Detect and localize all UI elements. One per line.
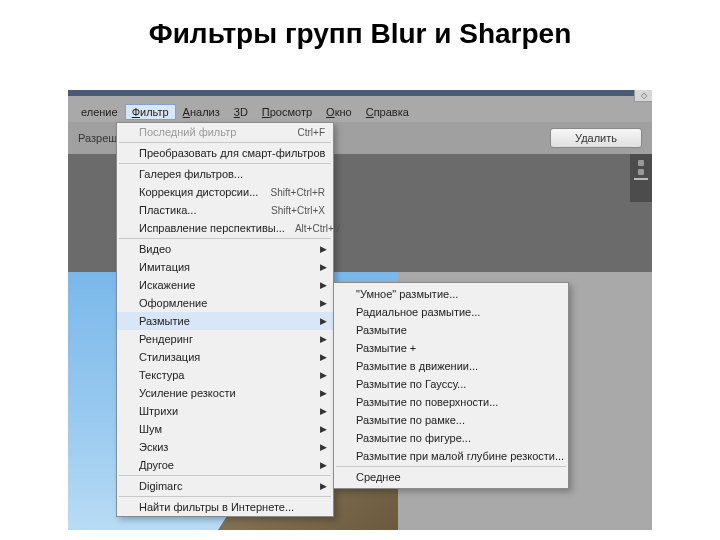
blur-submenu: "Умное" размытие...Радиальное размытие..… [333, 282, 569, 489]
submenu-item[interactable]: Размытие при малой глубине резкости... [334, 447, 568, 465]
chevron-right-icon: ▶ [320, 424, 327, 434]
chevron-right-icon: ▶ [320, 280, 327, 290]
screenshot-area: ◇ елениеФильтрАнализ3DПросмотрОкноСправк… [68, 90, 652, 530]
menu-просмотр[interactable]: Просмотр [255, 104, 319, 120]
panel-dot-icon [638, 169, 644, 175]
submenu-item[interactable]: Размытие + [334, 339, 568, 357]
chevron-right-icon: ▶ [320, 262, 327, 272]
submenu-item[interactable]: Размытие по поверхности... [334, 393, 568, 411]
menu-item-shortcut: Ctrl+F [298, 127, 326, 138]
chevron-right-icon: ▶ [320, 406, 327, 416]
menu-item[interactable]: Последний фильтрCtrl+F [117, 123, 333, 141]
chevron-right-icon: ▶ [320, 334, 327, 344]
window-control[interactable]: ◇ [634, 90, 652, 102]
window-chrome-top [68, 90, 652, 96]
menu-item-label: Имитация [139, 261, 325, 273]
menu-item[interactable]: Галерея фильтров... [117, 165, 333, 183]
menu-item[interactable]: Рендеринг▶ [117, 330, 333, 348]
menu-item[interactable]: Размытие▶ [117, 312, 333, 330]
chevron-right-icon: ▶ [320, 481, 327, 491]
menu-item-label: Усиление резкости [139, 387, 325, 399]
menu-item[interactable]: Имитация▶ [117, 258, 333, 276]
menu-item[interactable]: Найти фильтры в Интернете... [117, 498, 333, 516]
menu-item-label: Штрихи [139, 405, 325, 417]
menu-item-label: Последний фильтр [139, 126, 288, 138]
chevron-right-icon: ▶ [320, 352, 327, 362]
submenu-item[interactable]: Размытие [334, 321, 568, 339]
menu-item[interactable]: Коррекция дисторсии...Shift+Ctrl+R [117, 183, 333, 201]
menu-item[interactable]: Текстура▶ [117, 366, 333, 384]
submenu-item[interactable]: Размытие по Гауссу... [334, 375, 568, 393]
submenu-item[interactable]: Среднее [334, 468, 568, 486]
menu-item-label: Коррекция дисторсии... [139, 186, 261, 198]
submenu-item[interactable]: Размытие в движении... [334, 357, 568, 375]
menu-separator [119, 475, 331, 476]
panel-line-icon [634, 178, 648, 180]
submenu-item[interactable]: Радиальное размытие... [334, 303, 568, 321]
menu-item[interactable]: Оформление▶ [117, 294, 333, 312]
chevron-right-icon: ▶ [320, 244, 327, 254]
chevron-right-icon: ▶ [320, 370, 327, 380]
menubar: елениеФильтрАнализ3DПросмотрОкноСправка [68, 102, 652, 122]
menu-item-label: Оформление [139, 297, 325, 309]
menu-item-label: Стилизация [139, 351, 325, 363]
menu-item-label: Галерея фильтров... [139, 168, 325, 180]
menu-item[interactable]: Исправление перспективы...Alt+Ctrl+V [117, 219, 333, 237]
menu-item-label: Искажение [139, 279, 325, 291]
menu-item-label: Исправление перспективы... [139, 222, 285, 234]
menu-item-shortcut: Alt+Ctrl+V [295, 223, 341, 234]
menu-item-label: Другое [139, 459, 325, 471]
menu-item-label: Видео [139, 243, 325, 255]
menu-анализ[interactable]: Анализ [176, 104, 227, 120]
submenu-item[interactable]: Размытие по рамке... [334, 411, 568, 429]
menu-separator [119, 496, 331, 497]
menu-item[interactable]: Digimarc▶ [117, 477, 333, 495]
menu-item-label: Текстура [139, 369, 325, 381]
menu-item-label: Рендеринг [139, 333, 325, 345]
menu-справка[interactable]: Справка [359, 104, 416, 120]
menu-separator [336, 466, 566, 467]
chevron-right-icon: ▶ [320, 460, 327, 470]
menu-item-shortcut: Shift+Ctrl+R [271, 187, 325, 198]
menu-item-label: Эскиз [139, 441, 325, 453]
menu-item-label: Найти фильтры в Интернете... [139, 501, 325, 513]
menu-item[interactable]: Эскиз▶ [117, 438, 333, 456]
menu-item[interactable]: Другое▶ [117, 456, 333, 474]
menu-item[interactable]: Пластика...Shift+Ctrl+X [117, 201, 333, 219]
menu-item[interactable]: Усиление резкости▶ [117, 384, 333, 402]
menu-item-label: Преобразовать для смарт-фильтров [139, 147, 325, 159]
menu-item[interactable]: Штрихи▶ [117, 402, 333, 420]
menu-item[interactable]: Стилизация▶ [117, 348, 333, 366]
submenu-item[interactable]: "Умное" размытие... [334, 285, 568, 303]
menu-3d[interactable]: 3D [227, 104, 255, 120]
menu-item-label: Шум [139, 423, 325, 435]
chevron-right-icon: ▶ [320, 388, 327, 398]
delete-button[interactable]: Удалить [550, 128, 642, 148]
slide-title: Фильтры групп Blur и Sharpen [0, 0, 720, 58]
menu-item[interactable]: Видео▶ [117, 240, 333, 258]
menu-еление[interactable]: еление [74, 104, 125, 120]
menu-окно[interactable]: Окно [319, 104, 359, 120]
filter-menu-dropdown: Последний фильтрCtrl+FПреобразовать для … [116, 122, 334, 517]
menu-item-shortcut: Shift+Ctrl+X [271, 205, 325, 216]
submenu-item[interactable]: Размытие по фигуре... [334, 429, 568, 447]
panel-dot-icon [638, 160, 644, 166]
menu-separator [119, 142, 331, 143]
chevron-right-icon: ▶ [320, 316, 327, 326]
menu-separator [119, 163, 331, 164]
menu-item[interactable]: Преобразовать для смарт-фильтров [117, 144, 333, 162]
menu-item-label: Размытие [139, 315, 325, 327]
menu-separator [119, 238, 331, 239]
menu-фильтр[interactable]: Фильтр [125, 104, 176, 120]
menu-item[interactable]: Шум▶ [117, 420, 333, 438]
menu-item-label: Digimarc [139, 480, 325, 492]
menu-item-label: Пластика... [139, 204, 261, 216]
right-panel-strip [630, 154, 652, 202]
chevron-right-icon: ▶ [320, 298, 327, 308]
chevron-right-icon: ▶ [320, 442, 327, 452]
menu-item[interactable]: Искажение▶ [117, 276, 333, 294]
